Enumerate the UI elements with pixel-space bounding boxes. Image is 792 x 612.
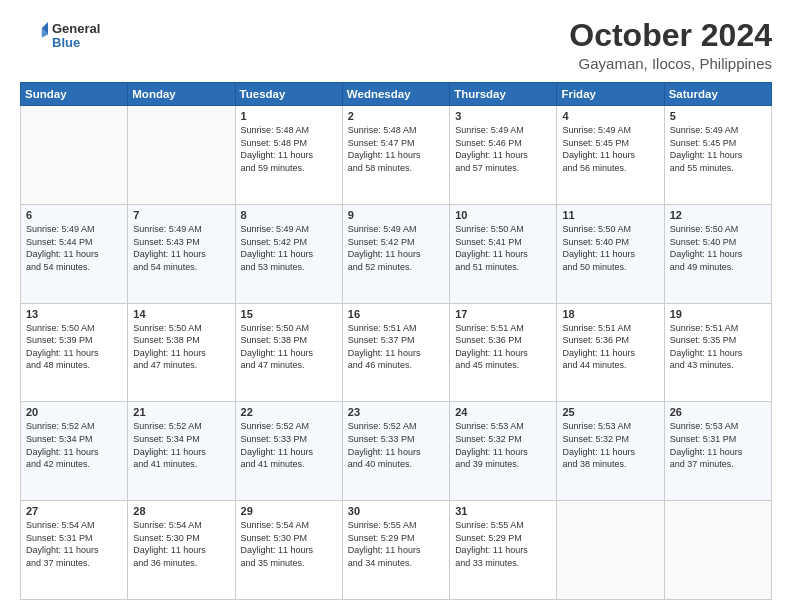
day-detail: Sunrise: 5:49 AM Sunset: 5:45 PM Dayligh… <box>670 124 766 174</box>
day-number: 23 <box>348 406 444 418</box>
calendar-cell: 27Sunrise: 5:54 AM Sunset: 5:31 PM Dayli… <box>21 501 128 600</box>
day-number: 16 <box>348 308 444 320</box>
day-number: 1 <box>241 110 337 122</box>
day-number: 4 <box>562 110 658 122</box>
calendar-cell: 14Sunrise: 5:50 AM Sunset: 5:38 PM Dayli… <box>128 303 235 402</box>
calendar-week-1: 1Sunrise: 5:48 AM Sunset: 5:48 PM Daylig… <box>21 106 772 205</box>
calendar-header-wednesday: Wednesday <box>342 83 449 106</box>
calendar-cell: 29Sunrise: 5:54 AM Sunset: 5:30 PM Dayli… <box>235 501 342 600</box>
day-detail: Sunrise: 5:54 AM Sunset: 5:31 PM Dayligh… <box>26 519 122 569</box>
title-block: October 2024 Gayaman, Ilocos, Philippine… <box>569 18 772 72</box>
day-number: 20 <box>26 406 122 418</box>
day-number: 6 <box>26 209 122 221</box>
calendar-cell: 26Sunrise: 5:53 AM Sunset: 5:31 PM Dayli… <box>664 402 771 501</box>
day-detail: Sunrise: 5:50 AM Sunset: 5:41 PM Dayligh… <box>455 223 551 273</box>
day-detail: Sunrise: 5:51 AM Sunset: 5:36 PM Dayligh… <box>562 322 658 372</box>
day-detail: Sunrise: 5:54 AM Sunset: 5:30 PM Dayligh… <box>241 519 337 569</box>
day-number: 14 <box>133 308 229 320</box>
day-detail: Sunrise: 5:54 AM Sunset: 5:30 PM Dayligh… <box>133 519 229 569</box>
day-number: 27 <box>26 505 122 517</box>
day-number: 31 <box>455 505 551 517</box>
day-detail: Sunrise: 5:51 AM Sunset: 5:35 PM Dayligh… <box>670 322 766 372</box>
day-number: 10 <box>455 209 551 221</box>
calendar-week-2: 6Sunrise: 5:49 AM Sunset: 5:44 PM Daylig… <box>21 204 772 303</box>
calendar-cell: 30Sunrise: 5:55 AM Sunset: 5:29 PM Dayli… <box>342 501 449 600</box>
logo-icon <box>20 22 48 50</box>
calendar-cell <box>128 106 235 205</box>
day-detail: Sunrise: 5:52 AM Sunset: 5:34 PM Dayligh… <box>26 420 122 470</box>
calendar-cell <box>557 501 664 600</box>
calendar-week-5: 27Sunrise: 5:54 AM Sunset: 5:31 PM Dayli… <box>21 501 772 600</box>
day-detail: Sunrise: 5:53 AM Sunset: 5:32 PM Dayligh… <box>562 420 658 470</box>
day-number: 17 <box>455 308 551 320</box>
calendar-cell: 11Sunrise: 5:50 AM Sunset: 5:40 PM Dayli… <box>557 204 664 303</box>
calendar-cell: 21Sunrise: 5:52 AM Sunset: 5:34 PM Dayli… <box>128 402 235 501</box>
calendar-cell: 8Sunrise: 5:49 AM Sunset: 5:42 PM Daylig… <box>235 204 342 303</box>
logo-text: General Blue <box>52 22 100 51</box>
calendar-header-friday: Friday <box>557 83 664 106</box>
calendar-cell: 12Sunrise: 5:50 AM Sunset: 5:40 PM Dayli… <box>664 204 771 303</box>
day-number: 11 <box>562 209 658 221</box>
day-detail: Sunrise: 5:50 AM Sunset: 5:39 PM Dayligh… <box>26 322 122 372</box>
calendar-cell <box>664 501 771 600</box>
day-detail: Sunrise: 5:53 AM Sunset: 5:32 PM Dayligh… <box>455 420 551 470</box>
calendar-cell: 10Sunrise: 5:50 AM Sunset: 5:41 PM Dayli… <box>450 204 557 303</box>
day-number: 21 <box>133 406 229 418</box>
day-number: 13 <box>26 308 122 320</box>
calendar-header-row: SundayMondayTuesdayWednesdayThursdayFrid… <box>21 83 772 106</box>
day-number: 15 <box>241 308 337 320</box>
calendar-cell: 22Sunrise: 5:52 AM Sunset: 5:33 PM Dayli… <box>235 402 342 501</box>
calendar-header-tuesday: Tuesday <box>235 83 342 106</box>
day-detail: Sunrise: 5:52 AM Sunset: 5:34 PM Dayligh… <box>133 420 229 470</box>
calendar-header-sunday: Sunday <box>21 83 128 106</box>
day-detail: Sunrise: 5:55 AM Sunset: 5:29 PM Dayligh… <box>348 519 444 569</box>
calendar-cell: 1Sunrise: 5:48 AM Sunset: 5:48 PM Daylig… <box>235 106 342 205</box>
day-number: 25 <box>562 406 658 418</box>
day-detail: Sunrise: 5:52 AM Sunset: 5:33 PM Dayligh… <box>348 420 444 470</box>
calendar-cell: 6Sunrise: 5:49 AM Sunset: 5:44 PM Daylig… <box>21 204 128 303</box>
calendar-cell: 13Sunrise: 5:50 AM Sunset: 5:39 PM Dayli… <box>21 303 128 402</box>
calendar-week-4: 20Sunrise: 5:52 AM Sunset: 5:34 PM Dayli… <box>21 402 772 501</box>
day-detail: Sunrise: 5:52 AM Sunset: 5:33 PM Dayligh… <box>241 420 337 470</box>
day-detail: Sunrise: 5:49 AM Sunset: 5:43 PM Dayligh… <box>133 223 229 273</box>
day-number: 30 <box>348 505 444 517</box>
calendar-header-saturday: Saturday <box>664 83 771 106</box>
calendar-cell: 9Sunrise: 5:49 AM Sunset: 5:42 PM Daylig… <box>342 204 449 303</box>
calendar-cell: 4Sunrise: 5:49 AM Sunset: 5:45 PM Daylig… <box>557 106 664 205</box>
day-number: 28 <box>133 505 229 517</box>
calendar-cell: 25Sunrise: 5:53 AM Sunset: 5:32 PM Dayli… <box>557 402 664 501</box>
day-number: 19 <box>670 308 766 320</box>
calendar-cell: 31Sunrise: 5:55 AM Sunset: 5:29 PM Dayli… <box>450 501 557 600</box>
day-number: 3 <box>455 110 551 122</box>
calendar-cell: 5Sunrise: 5:49 AM Sunset: 5:45 PM Daylig… <box>664 106 771 205</box>
day-detail: Sunrise: 5:50 AM Sunset: 5:40 PM Dayligh… <box>670 223 766 273</box>
day-number: 29 <box>241 505 337 517</box>
day-detail: Sunrise: 5:50 AM Sunset: 5:40 PM Dayligh… <box>562 223 658 273</box>
calendar-header-thursday: Thursday <box>450 83 557 106</box>
subtitle: Gayaman, Ilocos, Philippines <box>569 55 772 72</box>
day-detail: Sunrise: 5:55 AM Sunset: 5:29 PM Dayligh… <box>455 519 551 569</box>
day-number: 18 <box>562 308 658 320</box>
day-number: 7 <box>133 209 229 221</box>
calendar-cell: 20Sunrise: 5:52 AM Sunset: 5:34 PM Dayli… <box>21 402 128 501</box>
day-detail: Sunrise: 5:49 AM Sunset: 5:42 PM Dayligh… <box>241 223 337 273</box>
day-detail: Sunrise: 5:48 AM Sunset: 5:48 PM Dayligh… <box>241 124 337 174</box>
day-detail: Sunrise: 5:48 AM Sunset: 5:47 PM Dayligh… <box>348 124 444 174</box>
calendar-cell <box>21 106 128 205</box>
page: General Blue October 2024 Gayaman, Iloco… <box>0 0 792 612</box>
logo-blue: Blue <box>52 36 100 50</box>
day-number: 24 <box>455 406 551 418</box>
day-number: 9 <box>348 209 444 221</box>
calendar-cell: 24Sunrise: 5:53 AM Sunset: 5:32 PM Dayli… <box>450 402 557 501</box>
calendar-cell: 15Sunrise: 5:50 AM Sunset: 5:38 PM Dayli… <box>235 303 342 402</box>
day-number: 22 <box>241 406 337 418</box>
logo: General Blue <box>20 22 100 51</box>
header: General Blue October 2024 Gayaman, Iloco… <box>20 18 772 72</box>
day-number: 5 <box>670 110 766 122</box>
calendar-cell: 28Sunrise: 5:54 AM Sunset: 5:30 PM Dayli… <box>128 501 235 600</box>
calendar-cell: 17Sunrise: 5:51 AM Sunset: 5:36 PM Dayli… <box>450 303 557 402</box>
calendar-cell: 3Sunrise: 5:49 AM Sunset: 5:46 PM Daylig… <box>450 106 557 205</box>
day-detail: Sunrise: 5:50 AM Sunset: 5:38 PM Dayligh… <box>133 322 229 372</box>
day-detail: Sunrise: 5:49 AM Sunset: 5:42 PM Dayligh… <box>348 223 444 273</box>
day-detail: Sunrise: 5:51 AM Sunset: 5:36 PM Dayligh… <box>455 322 551 372</box>
